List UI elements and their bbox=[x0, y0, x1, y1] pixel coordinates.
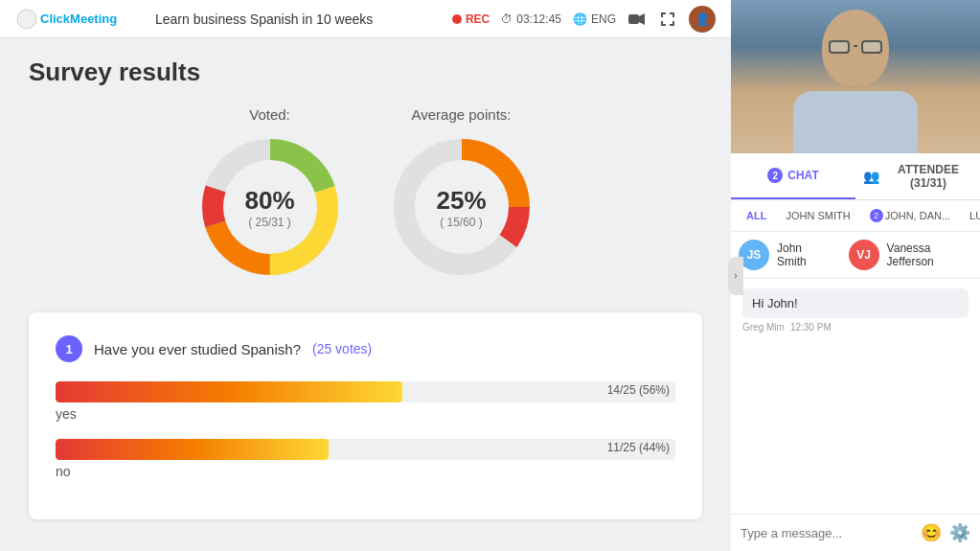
answer-yes-bar bbox=[56, 381, 402, 402]
answer-no-bar-wrap: 11/25 (44%) bbox=[56, 439, 675, 460]
chat-tab-label: CHAT bbox=[787, 169, 818, 182]
chat-text-1: Hi John! bbox=[752, 296, 959, 310]
avg-donut: 25% ( 15/60 ) bbox=[385, 130, 538, 284]
user-name-john: John Smith bbox=[777, 241, 830, 268]
voted-pct: 80% bbox=[244, 186, 294, 216]
attendee-icon: 👥 bbox=[863, 169, 879, 184]
filter-john-dan[interactable]: 2JOHN, DAN... bbox=[862, 206, 958, 225]
video-icon[interactable] bbox=[627, 10, 647, 29]
chat-input[interactable] bbox=[741, 526, 913, 540]
voted-label: Voted: bbox=[249, 106, 290, 123]
video-area bbox=[731, 0, 980, 153]
chat-input-bar: 😊 ⚙️ bbox=[731, 514, 980, 551]
lang-label: ENG bbox=[591, 12, 616, 26]
tab-attendee[interactable]: 👥 ATTENDEE (31/31) bbox=[855, 153, 980, 199]
main-content: Survey results Voted: 80% bbox=[0, 38, 731, 551]
chat-bubble-1: Hi John! bbox=[742, 288, 969, 318]
header-controls: REC ⏱ 03:12:45 🌐 ENG 👤 bbox=[452, 6, 716, 33]
answer-yes-stat: 14/25 (56%) bbox=[607, 383, 670, 397]
voted-center: 80% ( 25/31 ) bbox=[244, 186, 294, 229]
survey-title: Survey results bbox=[29, 57, 702, 87]
answer-no-stat: 11/25 (44%) bbox=[607, 441, 670, 454]
chat-meta-1: Greg Mim 12:30 PM bbox=[742, 322, 969, 333]
answer-no: 11/25 (44%) no bbox=[56, 439, 675, 479]
question-card: 1 Have you ever studied Spanish? (25 vot… bbox=[29, 312, 702, 519]
avg-sub: ( 15/60 ) bbox=[436, 216, 486, 229]
chat-badge: 2 bbox=[767, 168, 783, 183]
filter-lucas[interactable]: LUCAS O... bbox=[962, 207, 980, 224]
language-selector[interactable]: 🌐 ENG bbox=[573, 12, 616, 26]
user-list: JS John Smith VJ Vanessa Jefferson bbox=[731, 232, 980, 279]
timer-value: 03:12:45 bbox=[516, 12, 561, 26]
voted-chart: Voted: 80% ( 25/31 ) bbox=[194, 106, 347, 284]
filter-john-smith[interactable]: JOHN SMITH bbox=[778, 207, 857, 224]
chat-messages: Hi John! Greg Mim 12:30 PM bbox=[731, 279, 980, 514]
answer-no-bar bbox=[56, 439, 329, 460]
fullscreen-icon[interactable] bbox=[658, 10, 677, 29]
collapse-button[interactable]: › bbox=[728, 257, 743, 295]
votes-badge: (25 votes) bbox=[312, 341, 372, 356]
settings-icon[interactable]: ⚙️ bbox=[949, 522, 970, 543]
avg-label: Average points: bbox=[412, 106, 512, 123]
answer-yes-bar-wrap: 14/25 (56%) bbox=[56, 381, 675, 402]
question-header: 1 Have you ever studied Spanish? (25 vot… bbox=[56, 335, 675, 362]
voted-donut: 80% ( 25/31 ) bbox=[194, 130, 347, 284]
header: ClickMeeting Learn business Spanish in 1… bbox=[0, 0, 731, 38]
timer-display: ⏱ 03:12:45 bbox=[501, 12, 561, 26]
chat-sender-1: Greg Mim bbox=[742, 322, 785, 333]
avg-center: 25% ( 15/60 ) bbox=[436, 186, 486, 229]
charts-row: Voted: 80% ( 25/31 ) bbox=[29, 106, 702, 284]
chat-time-1: 12:30 PM bbox=[790, 322, 832, 333]
filter-all[interactable]: ALL bbox=[739, 207, 774, 224]
right-panel: 2 CHAT 👥 ATTENDEE (31/31) ALL JOHN SMITH… bbox=[731, 0, 980, 551]
rec-indicator bbox=[452, 14, 462, 24]
svg-marker-3 bbox=[639, 13, 645, 25]
tab-chat[interactable]: 2 CHAT bbox=[731, 153, 855, 199]
avg-chart: Average points: 25% ( 15/60 ) bbox=[385, 106, 538, 284]
user-avatar-header[interactable]: 👤 bbox=[689, 6, 716, 33]
emoji-icon[interactable]: 😊 bbox=[921, 522, 942, 543]
tabs-bar: 2 CHAT 👥 ATTENDEE (31/31) bbox=[731, 153, 980, 200]
avatar-vanessa: VJ bbox=[849, 240, 879, 270]
question-number: 1 bbox=[56, 335, 82, 362]
voted-sub: ( 25/31 ) bbox=[244, 216, 294, 229]
answer-yes: 14/25 (56%) yes bbox=[56, 381, 675, 422]
meeting-title: Learn business Spanish in 10 weeks bbox=[155, 11, 452, 27]
question-text: Have you ever studied Spanish? bbox=[94, 341, 301, 357]
filter-bar: ALL JOHN SMITH 2JOHN, DAN... LUCAS O... … bbox=[731, 200, 980, 232]
answer-yes-label: yes bbox=[56, 406, 675, 422]
logo: ClickMeeting bbox=[15, 8, 140, 31]
video-placeholder bbox=[731, 0, 980, 153]
svg-rect-2 bbox=[628, 14, 639, 24]
svg-text:ClickMeeting: ClickMeeting bbox=[40, 11, 117, 26]
answer-no-label: no bbox=[56, 464, 675, 479]
attendee-tab-label: ATTENDEE (31/31) bbox=[884, 163, 972, 190]
rec-label: REC bbox=[466, 12, 490, 26]
chat-message-1: Hi John! Greg Mim 12:30 PM bbox=[742, 288, 969, 333]
avg-pct: 25% bbox=[436, 186, 486, 216]
user-name-vanessa: Vanessa Jefferson bbox=[887, 241, 972, 268]
rec-badge: REC bbox=[452, 12, 490, 26]
svg-point-0 bbox=[17, 10, 36, 29]
